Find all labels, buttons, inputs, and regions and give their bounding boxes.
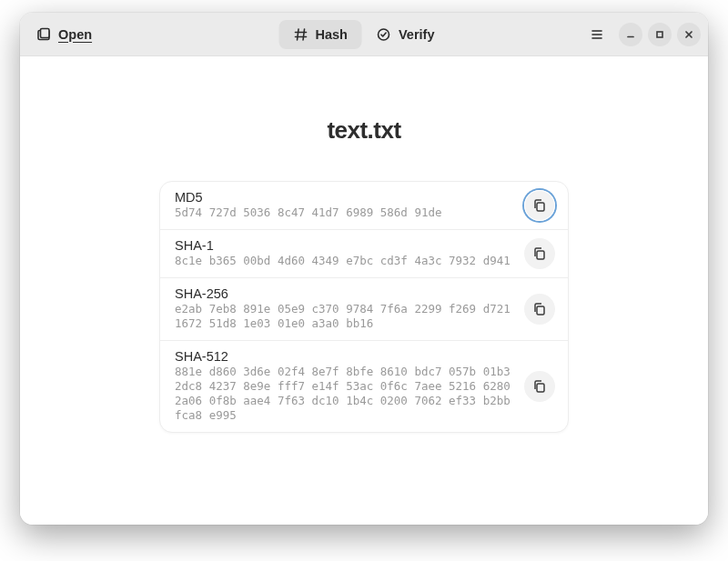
- svg-rect-1: [41, 28, 50, 37]
- hash-text: SHA-1 8c1e b365 00bd 4d60 4349 e7bc cd3f…: [175, 238, 515, 268]
- hash-algo-label: MD5: [175, 190, 515, 205]
- hash-list: MD5 5d74 727d 5036 8c47 41d7 6989 586d 9…: [159, 181, 569, 433]
- hash-value: 5d74 727d 5036 8c47 41d7 6989 586d 91de: [175, 205, 515, 220]
- copy-hash-button[interactable]: [524, 190, 555, 221]
- hash-algo-label: SHA-256: [175, 286, 515, 301]
- hash-text: SHA-512 881e d860 3d6e 02f4 8e7f 8bfe 86…: [175, 349, 515, 424]
- hash-value: e2ab 7eb8 891e 05e9 c370 9784 7f6a 2299 …: [175, 302, 515, 332]
- open-button[interactable]: Open: [27, 22, 101, 47]
- maximize-icon: [653, 28, 666, 41]
- svg-rect-11: [657, 32, 662, 37]
- headerbar: Open Hash: [20, 13, 708, 56]
- svg-rect-15: [537, 251, 544, 259]
- file-name-title: text.txt: [327, 116, 400, 145]
- hash-algo-label: SHA-512: [175, 349, 515, 364]
- content-area: text.txt MD5 5d74 727d 5036 8c47 41d7 69…: [20, 56, 708, 525]
- minimize-icon: [624, 28, 637, 41]
- svg-line-3: [303, 29, 305, 40]
- document-open-icon: [36, 27, 51, 42]
- copy-icon: [532, 198, 547, 213]
- tab-hash[interactable]: Hash: [279, 20, 362, 49]
- maximize-button[interactable]: [648, 23, 672, 46]
- verify-icon: [377, 27, 391, 42]
- headerbar-left: Open: [27, 22, 101, 47]
- copy-icon: [532, 379, 547, 394]
- copy-icon: [532, 246, 547, 261]
- copy-hash-button[interactable]: [524, 294, 555, 325]
- copy-icon: [532, 302, 547, 316]
- close-icon: [682, 28, 695, 41]
- hash-value: 8c1e b365 00bd 4d60 4349 e7bc cd3f 4a3c …: [175, 254, 515, 268]
- tab-verify[interactable]: Verify: [362, 20, 450, 49]
- hash-row: SHA-512 881e d860 3d6e 02f4 8e7f 8bfe 86…: [160, 341, 568, 432]
- hash-text: SHA-256 e2ab 7eb8 891e 05e9 c370 9784 7f…: [175, 286, 515, 332]
- main-menu-button[interactable]: [584, 22, 610, 47]
- close-button[interactable]: [677, 23, 701, 46]
- svg-rect-17: [537, 384, 544, 392]
- hash-row: SHA-1 8c1e b365 00bd 4d60 4349 e7bc cd3f…: [160, 230, 568, 278]
- hash-icon: [294, 27, 308, 42]
- open-label: Open: [58, 27, 92, 42]
- hash-row: MD5 5d74 727d 5036 8c47 41d7 6989 586d 9…: [160, 182, 568, 230]
- tab-label: Hash: [316, 27, 348, 42]
- svg-line-2: [298, 29, 299, 40]
- hash-row: SHA-256 e2ab 7eb8 891e 05e9 c370 9784 7f…: [160, 278, 568, 341]
- app-window: Open Hash: [20, 13, 708, 525]
- hash-text: MD5 5d74 727d 5036 8c47 41d7 6989 586d 9…: [175, 190, 515, 220]
- view-switcher: Hash Verify: [279, 20, 450, 49]
- tab-label: Verify: [399, 27, 435, 42]
- copy-hash-button[interactable]: [524, 371, 555, 402]
- hash-value: 881e d860 3d6e 02f4 8e7f 8bfe 8610 bdc7 …: [175, 365, 515, 424]
- copy-hash-button[interactable]: [524, 238, 555, 269]
- svg-rect-14: [537, 203, 544, 211]
- hash-algo-label: SHA-1: [175, 238, 515, 253]
- svg-rect-16: [537, 306, 544, 315]
- hamburger-icon: [590, 27, 604, 42]
- headerbar-right: [584, 22, 701, 47]
- minimize-button[interactable]: [619, 23, 642, 46]
